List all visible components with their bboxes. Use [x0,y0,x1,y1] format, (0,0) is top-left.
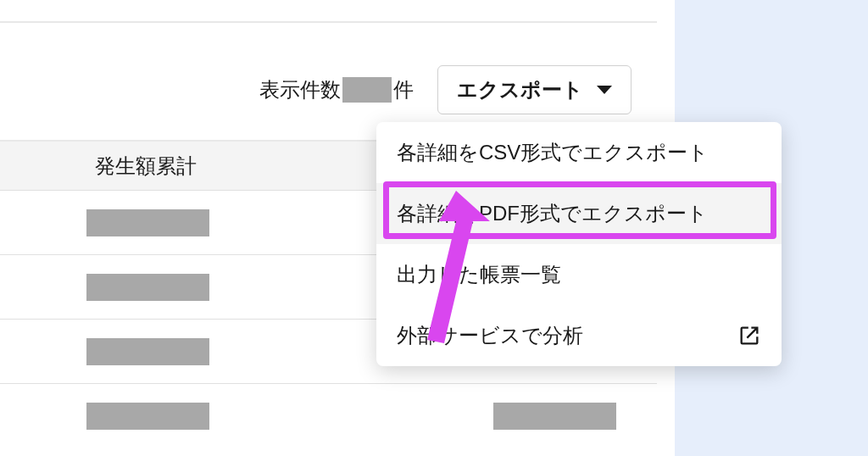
display-count-label: 表示件数 件 [259,76,414,103]
cell-value-redacted [86,403,209,430]
divider [0,21,657,23]
cell-value-redacted [86,209,209,236]
column-header-amount: 発生額累計 [95,153,197,180]
display-count-value-redacted [342,77,392,103]
dropdown-item-export-csv[interactable]: 各詳細をCSV形式でエクスポート [376,122,782,183]
dropdown-item-external-analyze[interactable]: 外部サービスで分析 [376,305,782,366]
chevron-down-icon [597,86,612,94]
table-row [0,384,657,448]
export-dropdown: 各詳細をCSV形式でエクスポート 各詳細をPDF形式でエクスポート 出力した帳票… [376,122,782,366]
cell-value-redacted [86,338,209,365]
external-link-icon [737,324,761,348]
dropdown-item-export-pdf[interactable]: 各詳細をPDF形式でエクスポート [376,183,782,244]
dropdown-item-report-list[interactable]: 出力した帳票一覧 [376,244,782,305]
dropdown-item-label: 各詳細をPDF形式でエクスポート [397,200,708,227]
cell-value-redacted [493,403,616,430]
dropdown-item-label: 出力した帳票一覧 [397,261,561,288]
export-button[interactable]: エクスポート [437,65,632,114]
dropdown-item-label: 外部サービスで分析 [397,322,583,349]
dropdown-item-label: 各詳細をCSV形式でエクスポート [397,139,709,166]
display-count-prefix: 表示件数 [259,76,341,103]
display-count-suffix: 件 [393,76,414,103]
export-button-label: エクスポート [457,76,583,103]
toolbar: 表示件数 件 エクスポート [0,68,657,112]
cell-value-redacted [86,274,209,301]
